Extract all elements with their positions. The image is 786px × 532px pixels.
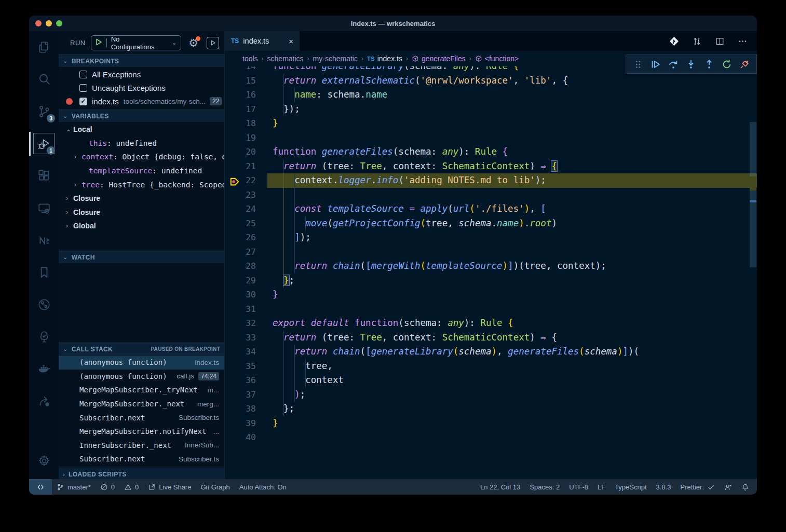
restart-button[interactable]	[721, 59, 733, 70]
line-number[interactable]: 24	[225, 202, 256, 216]
breadcrumb-item[interactable]: tools	[242, 54, 258, 63]
line-number[interactable]: 20	[225, 145, 256, 159]
more-actions-button[interactable]	[738, 36, 748, 46]
activity-item-live-share-view[interactable]	[29, 385, 59, 417]
statusbar-git-graph[interactable]: Git Graph	[196, 479, 234, 495]
code-line-25[interactable]: 25 move(getProjectConfig(tree, schema.na…	[225, 216, 757, 231]
line-number[interactable]: 17	[225, 102, 256, 117]
activity-item-nx-console[interactable]	[29, 224, 59, 256]
activity-item-search[interactable]	[29, 63, 59, 96]
variable-row[interactable]: ›tree: HostTree {_backend: ScopedH…	[59, 178, 224, 192]
code-line-35[interactable]: 35 tree,	[225, 359, 757, 374]
code-line-26[interactable]: 26 ]);	[225, 230, 757, 245]
code-line-31[interactable]: 31	[225, 302, 757, 317]
code-line-39[interactable]: 39}	[225, 416, 757, 431]
statusbar-prettier[interactable]: Prettier:	[675, 479, 720, 495]
step-over-button[interactable]	[668, 59, 679, 70]
line-number[interactable]: 16	[225, 88, 256, 102]
call-stack-frame[interactable]: InnerSubscriber._next InnerSub...	[59, 439, 224, 453]
drag-grip[interactable]	[632, 59, 644, 70]
code-line-40[interactable]: 40	[225, 430, 757, 445]
variable-row[interactable]: ›Closure	[59, 206, 224, 220]
title-bar[interactable]: index.ts — wrkschematics	[29, 16, 757, 31]
call-stack-frame[interactable]: Subscriber.next Subscriber.ts	[59, 452, 224, 466]
line-number[interactable]: 40	[225, 430, 256, 445]
breadcrumb-item[interactable]: TSindex.ts	[367, 54, 402, 63]
step-into-button[interactable]	[685, 59, 697, 70]
breakpoint-row[interactable]: All Exceptions	[59, 67, 224, 81]
line-number[interactable]: 25	[225, 216, 256, 231]
line-number[interactable]: 19	[225, 131, 256, 145]
breakpoint-row[interactable]: ✓ index.ts tools/schematics/my-sch... 22	[59, 94, 224, 108]
line-number[interactable]: 31	[225, 302, 256, 317]
code-line-30[interactable]: 30}	[225, 288, 757, 302]
line-number[interactable]: 23	[225, 188, 256, 202]
code-line-22[interactable]: 22 context.logger.info('adding NOTES.md …	[225, 173, 757, 188]
statusbar-indentation[interactable]: Spaces: 2	[525, 479, 564, 495]
line-number[interactable]: 35	[225, 359, 256, 374]
code-line-19[interactable]: 19	[225, 131, 757, 145]
line-number[interactable]: 29	[225, 274, 256, 288]
statusbar-encoding[interactable]: UTF-8	[564, 479, 593, 495]
section-header-call-stack[interactable]: ⌄ CALL STACK PAUSED ON BREAKPOINT	[59, 343, 224, 355]
line-number[interactable]: 27	[225, 245, 256, 260]
configure-gear-button[interactable]: ⚙	[188, 37, 198, 48]
close-window-button[interactable]	[35, 20, 42, 26]
code-line-27[interactable]: 27	[225, 245, 757, 260]
maximize-window-button[interactable]	[56, 20, 62, 26]
breadcrumb-item[interactable]: schematics	[267, 54, 304, 63]
breadcrumb-item[interactable]: generateFiles	[412, 54, 466, 63]
code-line-36[interactable]: 36 context	[225, 373, 757, 388]
debug-console-button[interactable]	[207, 37, 219, 49]
statusbar-eol[interactable]: LF	[593, 479, 610, 495]
activity-item-todo-tree[interactable]	[29, 321, 59, 353]
variable-row[interactable]: ›context: Object {debug: false, en…	[59, 150, 224, 164]
code-editor[interactable]: 14function generateLibrary(schema: any):…	[225, 31, 757, 479]
line-number[interactable]: 34	[225, 345, 256, 359]
line-number[interactable]: 33	[225, 331, 256, 345]
code-line-29[interactable]: 29 };	[225, 274, 757, 288]
step-out-button[interactable]	[703, 59, 715, 70]
call-stack-frame[interactable]: MergeMapSubscriber._tryNext m...	[59, 383, 224, 397]
activity-item-run-debug[interactable]: 1	[29, 128, 59, 160]
close-tab-icon[interactable]: ×	[289, 37, 293, 46]
line-number[interactable]: 18	[225, 116, 256, 131]
call-stack-frame[interactable]: MergeMapSubscriber._next merg...	[59, 397, 224, 411]
minimize-window-button[interactable]	[46, 20, 52, 26]
variable-row[interactable]: ›Global	[59, 219, 224, 233]
activity-item-remote-explorer[interactable]	[29, 192, 59, 224]
code-line-23[interactable]: 23	[225, 188, 757, 202]
statusbar-notifications[interactable]	[737, 479, 754, 495]
code-line-28[interactable]: 28 return chain([mergeWith(templateSourc…	[225, 259, 757, 274]
activity-item-explorer[interactable]	[29, 31, 59, 63]
code-line-38[interactable]: 38 };	[225, 402, 757, 416]
statusbar-git-branch[interactable]: master*	[52, 479, 96, 495]
activity-item-manage[interactable]	[29, 445, 59, 477]
statusbar-feedback[interactable]	[720, 479, 737, 495]
breadcrumb-item[interactable]: my-schematic	[313, 54, 358, 63]
code-line-16[interactable]: 16 name: schema.name	[225, 88, 757, 102]
launch-config-dropdown[interactable]: No Configurations ⌄	[91, 35, 182, 50]
line-number[interactable]: 15	[225, 74, 256, 88]
section-header-loaded-scripts[interactable]: › LOADED SCRIPTS	[59, 468, 224, 480]
code-line-15[interactable]: 15 return externalSchematic('@nrwl/works…	[225, 74, 757, 88]
activity-item-extensions[interactable]	[29, 160, 59, 192]
statusbar-language-mode[interactable]: TypeScript	[610, 479, 651, 495]
breakpoint-checkbox[interactable]	[79, 71, 87, 78]
call-stack-frame[interactable]: MergeMapSubscriber.notifyNext ...	[59, 425, 224, 439]
line-number[interactable]: 39	[225, 416, 256, 431]
code-line-37[interactable]: 37 );	[225, 388, 757, 402]
line-number[interactable]: 21	[225, 159, 256, 174]
code-line-17[interactable]: 17 });	[225, 102, 757, 117]
code-line-24[interactable]: 24 const templateSource = apply(url('./f…	[225, 202, 757, 216]
statusbar-live-share[interactable]: Live Share	[143, 479, 196, 495]
line-number[interactable]: 37	[225, 388, 256, 402]
statusbar-auto-attach[interactable]: Auto Attach: On	[235, 479, 291, 495]
variable-row[interactable]: ›Closure	[59, 192, 224, 206]
breakpoint-row[interactable]: Uncaught Exceptions	[59, 81, 224, 94]
tab-index-ts[interactable]: TS index.ts ×	[225, 31, 300, 51]
open-changes-button[interactable]	[692, 36, 702, 46]
section-header-breakpoints[interactable]: ⌄ BREAKPOINTS	[59, 54, 224, 67]
code-line-21[interactable]: 21 return (tree: Tree, context: Schemati…	[225, 159, 757, 174]
breakpoint-checkbox[interactable]: ✓	[79, 98, 87, 105]
